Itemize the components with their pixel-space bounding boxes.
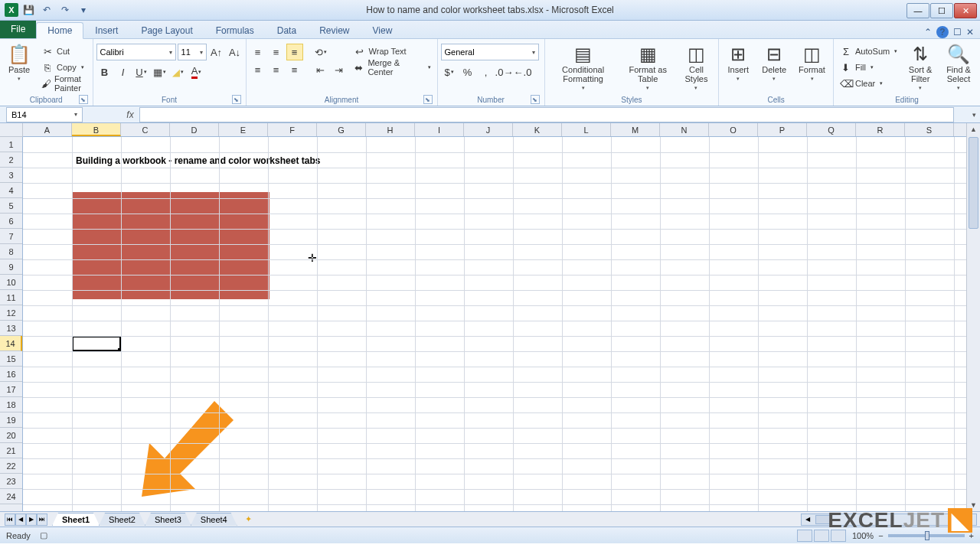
column-header-b[interactable]: B	[72, 123, 121, 136]
format-painter-button[interactable]: 🖌Format Painter	[38, 76, 90, 91]
row-header-6[interactable]: 6	[0, 214, 22, 229]
sheet-tab-sheet3[interactable]: Sheet3	[145, 513, 191, 526]
red-rectangle-shape[interactable]	[73, 192, 270, 299]
qat-customize-icon[interactable]: ▾	[75, 2, 92, 18]
row-header-17[interactable]: 17	[0, 382, 22, 397]
sheet-tab-sheet2[interactable]: Sheet2	[99, 513, 145, 526]
row-header-21[interactable]: 21	[0, 443, 22, 458]
save-icon[interactable]: 💾	[20, 2, 37, 18]
row-header-19[interactable]: 19	[0, 412, 22, 428]
underline-button[interactable]: U▾	[133, 64, 150, 80]
zoom-slider[interactable]	[888, 534, 965, 537]
align-center-icon[interactable]: ≡	[268, 61, 285, 78]
name-box[interactable]: B14▾	[6, 107, 83, 122]
align-middle-icon[interactable]: ≡	[268, 44, 285, 60]
select-all-corner[interactable]	[0, 123, 23, 137]
fill-button[interactable]: ⬇Fill▾	[837, 60, 900, 75]
find-select-button[interactable]: 🔍Find & Select▾	[940, 44, 977, 93]
row-header-9[interactable]: 9	[0, 259, 22, 275]
font-color-button[interactable]: A▾	[188, 64, 205, 80]
undo-icon[interactable]: ↶	[38, 2, 55, 18]
currency-icon[interactable]: $▾	[441, 64, 458, 80]
percent-icon[interactable]: %	[459, 64, 476, 80]
help-icon[interactable]: ?	[936, 26, 949, 38]
clear-button[interactable]: ⌫Clear▾	[837, 76, 900, 91]
window-close-icon[interactable]: ✕	[966, 27, 974, 37]
number-launcher[interactable]: ⬊	[531, 95, 540, 104]
border-button[interactable]: ▦▾	[152, 64, 168, 80]
column-header-m[interactable]: M	[611, 123, 660, 136]
column-header-k[interactable]: K	[513, 123, 562, 136]
cut-button[interactable]: ✂Cut	[38, 44, 90, 59]
paste-button[interactable]: 📋 Paste ▾	[3, 44, 35, 83]
redo-icon[interactable]: ↷	[57, 2, 74, 18]
minimize-ribbon-icon[interactable]: ⌃	[924, 27, 932, 37]
column-header-i[interactable]: I	[415, 123, 464, 136]
row-header-2[interactable]: 2	[0, 152, 22, 168]
sheet-tab-sheet4[interactable]: Sheet4	[191, 513, 237, 526]
tab-view[interactable]: View	[361, 21, 404, 38]
align-top-icon[interactable]: ≡	[250, 44, 266, 60]
row-header-7[interactable]: 7	[0, 229, 22, 244]
normal-view-icon[interactable]	[797, 530, 812, 542]
tab-formulas[interactable]: Formulas	[204, 21, 266, 38]
row-header-3[interactable]: 3	[0, 168, 22, 183]
decrease-font-icon[interactable]: A↓	[227, 44, 243, 60]
wrap-text-button[interactable]: ↩Wrap Text	[351, 44, 434, 59]
column-header-h[interactable]: H	[366, 123, 415, 136]
row-header-15[interactable]: 15	[0, 351, 22, 367]
active-cell-b14[interactable]	[72, 336, 121, 351]
next-sheet-icon[interactable]: ▶	[26, 514, 37, 526]
window-restore-icon[interactable]: ☐	[953, 27, 962, 37]
format-as-table-button[interactable]: ▦Format as Table▾	[622, 44, 675, 93]
column-header-a[interactable]: A	[23, 123, 72, 136]
page-layout-view-icon[interactable]	[814, 530, 829, 542]
tab-file[interactable]: File	[0, 20, 36, 38]
row-header-20[interactable]: 20	[0, 428, 22, 443]
cells-area[interactable]: Building a workbook - rename and color w…	[23, 137, 966, 511]
column-header-l[interactable]: L	[562, 123, 611, 136]
sheet-tab-sheet1[interactable]: Sheet1	[52, 513, 100, 526]
formula-input[interactable]	[139, 107, 954, 122]
scroll-thumb[interactable]	[969, 137, 978, 229]
first-sheet-icon[interactable]: ⏮	[5, 514, 15, 526]
clipboard-launcher[interactable]: ⬊	[79, 95, 88, 104]
increase-font-icon[interactable]: A↑	[208, 44, 225, 60]
tab-insert[interactable]: Insert	[83, 21, 129, 38]
scroll-left-icon[interactable]: ◀	[802, 514, 814, 525]
fx-icon[interactable]: fx	[121, 109, 139, 120]
row-header-13[interactable]: 13	[0, 321, 22, 336]
align-left-icon[interactable]: ≡	[250, 61, 266, 78]
orange-arrow-shape[interactable]	[130, 401, 237, 500]
column-header-c[interactable]: C	[121, 123, 170, 136]
column-header-j[interactable]: J	[464, 123, 513, 136]
row-header-22[interactable]: 22	[0, 458, 22, 474]
sort-filter-button[interactable]: ⇅Sort & Filter▾	[903, 44, 937, 93]
row-header-4[interactable]: 4	[0, 183, 22, 198]
vertical-scrollbar[interactable]: ▲ ▼	[966, 123, 980, 511]
font-name-combo[interactable]: Calibri▾	[96, 44, 176, 60]
column-header-f[interactable]: F	[268, 123, 317, 136]
delete-cells-button[interactable]: ⊟Delete▾	[757, 44, 791, 83]
comma-icon[interactable]: ,	[478, 64, 495, 80]
scroll-up-icon[interactable]: ▲	[967, 123, 980, 135]
autosum-button[interactable]: ΣAutoSum▾	[837, 44, 900, 59]
tab-page-layout[interactable]: Page Layout	[129, 21, 204, 38]
align-right-icon[interactable]: ≡	[286, 61, 303, 78]
column-header-n[interactable]: N	[660, 123, 709, 136]
column-header-r[interactable]: R	[856, 123, 905, 136]
orientation-icon[interactable]: ⟲▾	[312, 44, 329, 60]
column-header-q[interactable]: Q	[807, 123, 856, 136]
italic-button[interactable]: I	[115, 64, 132, 80]
increase-decimal-icon[interactable]: .0→	[496, 64, 513, 80]
row-header-11[interactable]: 11	[0, 290, 22, 305]
row-header-12[interactable]: 12	[0, 305, 22, 321]
bold-button[interactable]: B	[96, 64, 113, 80]
row-header-16[interactable]: 16	[0, 367, 22, 382]
row-header-24[interactable]: 24	[0, 489, 22, 504]
tab-data[interactable]: Data	[266, 21, 308, 38]
expand-formula-bar-icon[interactable]: ▾	[968, 107, 980, 122]
row-header-23[interactable]: 23	[0, 474, 22, 489]
column-header-p[interactable]: P	[758, 123, 807, 136]
close-button[interactable]: ✕	[954, 3, 977, 18]
